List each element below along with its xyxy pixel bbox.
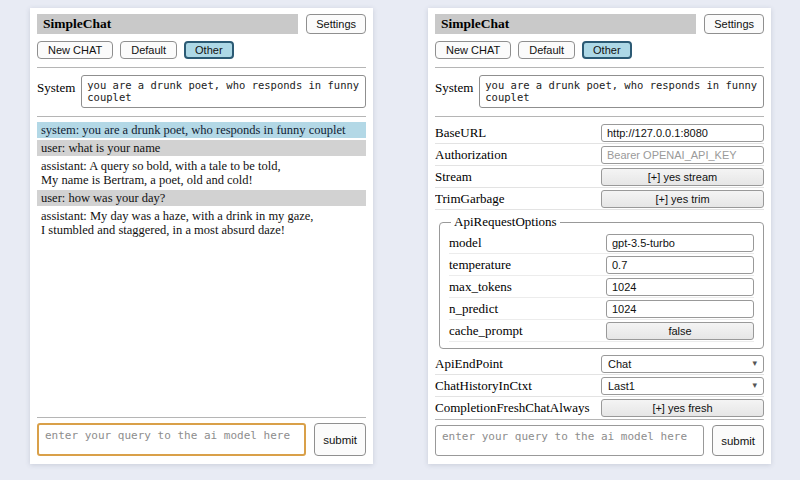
chat-history-selected-value: Last1: [608, 380, 635, 392]
setting-row-stream: Stream [+] yes stream: [435, 166, 764, 188]
api-endpoint-label: ApiEndPoint: [435, 356, 503, 372]
authorization-input[interactable]: [601, 146, 764, 164]
query-area: submit: [37, 415, 366, 458]
divider: [435, 116, 764, 117]
query-area: submit: [435, 417, 764, 458]
setting-row-model: model: [449, 232, 754, 254]
api-endpoint-selected-value: Chat: [608, 358, 631, 370]
settings-button[interactable]: Settings: [306, 14, 366, 34]
cache-prompt-toggle-button[interactable]: false: [606, 322, 754, 340]
trimgarbage-toggle-button[interactable]: [+] yes trim: [601, 190, 764, 208]
divider: [37, 67, 366, 68]
submit-button[interactable]: submit: [314, 423, 366, 456]
system-prompt-label: System: [435, 75, 473, 96]
setting-row-trimgarbage: TrimGarbage [+] yes trim: [435, 188, 764, 210]
divider: [37, 116, 366, 117]
api-endpoint-select[interactable]: Chat ▾: [601, 355, 764, 373]
stream-toggle-button[interactable]: [+] yes stream: [601, 168, 764, 186]
trimgarbage-label: TrimGarbage: [435, 191, 505, 207]
baseurl-label: BaseURL: [435, 125, 486, 141]
session-buttons: New CHAT Default Other: [435, 41, 764, 59]
chat-message-user: user: what is your name: [37, 140, 366, 156]
chat-message-assistant: assistant: My day was a haze, with a dri…: [37, 208, 366, 238]
completion-fresh-chat-always-label: CompletionFreshChatAlways: [435, 400, 590, 416]
completion-fresh-toggle-button[interactable]: [+] yes fresh: [601, 399, 764, 417]
system-prompt-input[interactable]: you are a drunk poet, who responds in fu…: [81, 75, 366, 108]
session-default-button[interactable]: Default: [518, 41, 575, 59]
authorization-label: Authorization: [435, 147, 507, 163]
submit-button[interactable]: submit: [712, 425, 764, 456]
chat-history-in-ctxt-label: ChatHistoryInCtxt: [435, 378, 532, 394]
chat-history-in-ctxt-select[interactable]: Last1 ▾: [601, 377, 764, 395]
divider: [37, 417, 366, 418]
setting-row-n-predict: n_predict: [449, 298, 754, 320]
chat-message-user: user: how was your day?: [37, 190, 366, 206]
app-title: SimpleChat: [37, 14, 298, 34]
temperature-input[interactable]: [606, 256, 754, 274]
header: SimpleChat Settings: [37, 14, 366, 34]
n-predict-input[interactable]: [606, 300, 754, 318]
setting-row-chat-history-in-ctxt: ChatHistoryInCtxt Last1 ▾: [435, 375, 764, 397]
settings-button[interactable]: Settings: [704, 14, 764, 34]
system-prompt-row: System you are a drunk poet, who respond…: [435, 75, 764, 108]
system-prompt-label: System: [37, 75, 75, 96]
setting-row-api-endpoint: ApiEndPoint Chat ▾: [435, 353, 764, 375]
cache-prompt-label: cache_prompt: [449, 323, 523, 339]
max-tokens-input[interactable]: [606, 278, 754, 296]
session-other-button[interactable]: Other: [582, 41, 632, 59]
system-prompt-row: System you are a drunk poet, who respond…: [37, 75, 366, 108]
chat-panel: SimpleChat Settings New CHAT Default Oth…: [30, 8, 373, 464]
chevron-down-icon: ▾: [752, 381, 757, 390]
session-new-chat-button[interactable]: New CHAT: [435, 41, 511, 59]
chat-message-system: system: you are a drunk poet, who respon…: [37, 122, 366, 138]
setting-row-cache-prompt: cache_prompt false: [449, 320, 754, 342]
app-title: SimpleChat: [435, 14, 696, 34]
stream-label: Stream: [435, 169, 472, 185]
divider: [435, 419, 764, 420]
query-input[interactable]: [435, 425, 704, 456]
chevron-down-icon: ▾: [752, 359, 757, 368]
query-input[interactable]: [37, 423, 306, 456]
setting-row-max-tokens: max_tokens: [449, 276, 754, 298]
session-other-button[interactable]: Other: [184, 41, 234, 59]
system-prompt-input[interactable]: you are a drunk poet, who responds in fu…: [479, 75, 764, 108]
header: SimpleChat Settings: [435, 14, 764, 34]
model-input[interactable]: [606, 234, 754, 252]
api-request-options-legend: ApiRequestOptions: [451, 214, 560, 230]
chat-message-list: system: you are a drunk poet, who respon…: [37, 122, 366, 415]
model-label: model: [449, 235, 482, 251]
session-default-button[interactable]: Default: [120, 41, 177, 59]
setting-row-completion-fresh-chat-always: CompletionFreshChatAlways [+] yes fresh: [435, 397, 764, 417]
session-new-chat-button[interactable]: New CHAT: [37, 41, 113, 59]
session-buttons: New CHAT Default Other: [37, 41, 366, 59]
setting-row-baseurl: BaseURL: [435, 122, 764, 144]
settings-list: BaseURL Authorization Stream [+] yes str…: [435, 122, 764, 417]
setting-row-authorization: Authorization: [435, 144, 764, 166]
baseurl-input[interactable]: [601, 124, 764, 142]
n-predict-label: n_predict: [449, 301, 498, 317]
chat-message-assistant: assistant: A query so bold, with a tale …: [37, 158, 366, 188]
setting-row-temperature: temperature: [449, 254, 754, 276]
temperature-label: temperature: [449, 257, 511, 273]
api-request-options-fieldset: ApiRequestOptions model temperature max_…: [439, 214, 764, 349]
divider: [435, 67, 764, 68]
settings-panel: SimpleChat Settings New CHAT Default Oth…: [428, 8, 771, 464]
max-tokens-label: max_tokens: [449, 279, 512, 295]
